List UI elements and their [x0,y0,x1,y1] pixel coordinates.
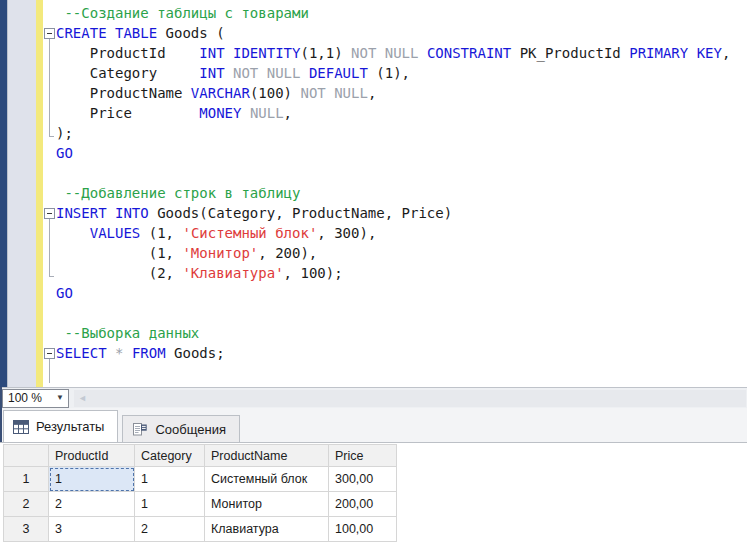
code-text: --Создание таблицы с товарами [56,3,309,23]
code-token: , [284,105,292,121]
code-line[interactable]: GO [43,283,747,303]
code-token: (2, [56,265,182,281]
horizontal-scrollbar[interactable]: ◄ [74,390,746,407]
code-line[interactable]: Price MONEY NULL, [43,103,747,123]
code-line[interactable]: GO [43,143,747,163]
code-token: INT [199,65,233,81]
code-line[interactable]: SELECT * FROM Goods; [43,343,747,363]
results-grid-icon [13,420,29,434]
fold-toggle-icon[interactable] [43,343,56,363]
change-tracking-bar [36,0,43,387]
grid-cell[interactable]: 1 [49,467,135,492]
fold-margin [43,243,56,263]
code-line[interactable]: ProductName VARCHAR(100) NOT NULL, [43,83,747,103]
code-token: NOT NULL [300,85,367,101]
grid-column-header[interactable]: ProductName [205,445,329,467]
code-token: (1,1) [300,45,351,61]
code-token: , [722,45,730,61]
tab-results[interactable]: Результаты [3,410,118,442]
code-line[interactable]: (2, 'Клавиатура', 100); [43,263,747,283]
code-line[interactable]: --Создание таблицы с товарами [43,3,747,23]
grid-row: 111Системный блок300,00 [4,467,397,492]
fold-toggle-icon[interactable] [43,23,56,43]
code-token: Category [56,65,199,81]
zoom-level-select[interactable]: 100 % ▼ [2,389,69,408]
code-text: CREATE TABLE Goods ( [56,23,225,43]
grid-cell[interactable]: 1 [135,467,205,492]
code-line[interactable]: CREATE TABLE Goods ( [43,23,747,43]
fold-margin [43,83,56,103]
fold-margin [43,183,56,203]
code-token: NOT NULL [233,65,309,81]
grid-cell[interactable]: 2 [49,492,135,517]
fold-toggle-icon[interactable] [43,203,56,223]
code-token [56,225,90,241]
code-line[interactable]: Category INT NOT NULL DEFAULT (1), [43,63,747,83]
code-text: Category INT NOT NULL DEFAULT (1), [56,63,410,83]
code-token: VALUES [90,225,141,241]
code-token: --Добавление строк в таблицу [56,185,300,201]
code-token: SELECT [56,345,107,361]
grid-cell[interactable]: 300,00 [329,467,397,492]
code-token: 'Клавиатура' [182,265,283,281]
scroll-left-icon[interactable]: ◄ [78,393,87,404]
grid-column-header[interactable]: Price [329,445,397,467]
code-token: INT IDENTITY [199,45,300,61]
code-text: ProductId INT IDENTITY(1,1) NOT NULL CON… [56,43,730,63]
grid-cell[interactable]: Клавиатура [205,517,329,542]
grid-row-number[interactable]: 1 [4,467,49,492]
grid-column-header[interactable]: ProductId [49,445,135,467]
grid-cell[interactable]: 2 [135,517,205,542]
fold-margin [43,43,56,63]
code-text: ); [56,123,73,143]
code-token: NULL [250,105,284,121]
code-line[interactable]: ProductId INT IDENTITY(1,1) NOT NULL CON… [43,43,747,63]
fold-margin [43,123,56,143]
grid-row-number[interactable]: 2 [4,492,49,517]
fold-margin [43,323,56,343]
code-line[interactable] [43,163,747,183]
grid-cell[interactable]: 200,00 [329,492,397,517]
code-token: (1, [140,225,182,241]
grid-column-header[interactable]: Category [135,445,205,467]
code-line[interactable]: --Выборка данных [43,323,747,343]
code-token: VARCHAR [191,85,250,101]
chevron-down-icon: ▼ [56,394,64,402]
grid-corner-cell[interactable] [4,445,49,467]
code-text: Price MONEY NULL, [56,103,292,123]
sql-editor-pane[interactable]: --Создание таблицы с товарамиCREATE TABL… [0,0,747,387]
code-line[interactable]: --Добавление строк в таблицу [43,183,747,203]
code-text: (1, 'Монитор', 200), [56,243,317,263]
code-line[interactable]: VALUES (1, 'Системный блок', 300), [43,223,747,243]
code-token: , 200), [258,245,317,261]
code-line[interactable]: INSERT INTO Goods(Category, ProductName,… [43,203,747,223]
fold-margin [43,223,56,243]
code-text: --Выборка данных [56,323,199,343]
code-token: (1), [368,65,410,81]
code-token: PK_ProductId [511,45,629,61]
code-token: --Выборка данных [56,325,199,341]
grid-cell[interactable]: Системный блок [205,467,329,492]
code-token: GO [56,285,73,301]
fold-margin [43,163,56,183]
code-token: ProductName [56,85,191,101]
grid-cell[interactable]: 100,00 [329,517,397,542]
code-token: Goods; [166,345,225,361]
fold-margin [43,103,56,123]
code-line[interactable] [43,303,747,323]
code-token: DEFAULT [309,65,368,81]
grid-cell[interactable]: 1 [135,492,205,517]
results-grid-pane: ProductIdCategoryProductNamePrice111Сист… [0,442,747,560]
code-token: (1, [56,245,182,261]
code-line[interactable]: ); [43,123,747,143]
code-token: MONEY [199,105,250,121]
code-line[interactable]: (1, 'Монитор', 200), [43,243,747,263]
code-token: FROM [132,345,166,361]
grid-row-number[interactable]: 3 [4,517,49,542]
code-line[interactable] [43,363,747,383]
results-tab-bar: Результаты Сообщения [0,408,747,442]
editor-selection-margin [8,0,36,387]
grid-cell[interactable]: Монитор [205,492,329,517]
tab-messages[interactable]: Сообщения [122,415,240,442]
grid-cell[interactable]: 3 [49,517,135,542]
